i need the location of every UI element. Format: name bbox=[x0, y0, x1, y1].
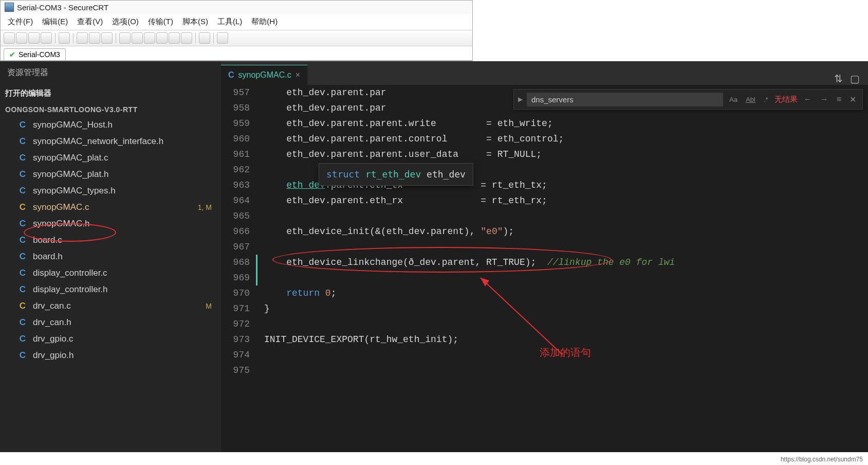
menu-item[interactable]: 传输(T) bbox=[145, 16, 176, 28]
toolbar-separator bbox=[195, 33, 196, 43]
editor-tab[interactable]: C synopGMAC.c × bbox=[221, 65, 308, 85]
sidebar: 资源管理器 打开的编辑器 OONGSON-SMARTLOONG-V3.0-RTT… bbox=[0, 61, 221, 452]
file-row[interactable]: Cdrv_can.h bbox=[0, 314, 221, 331]
find-input[interactable] bbox=[527, 93, 723, 106]
file-type-icon: C bbox=[17, 268, 28, 278]
file-row[interactable]: CsynopGMAC_network_interface.h bbox=[0, 133, 221, 150]
hover-var: eth_dev bbox=[427, 169, 466, 180]
file-name: board.c bbox=[33, 235, 62, 245]
file-row[interactable]: Cdisplay_controller.h bbox=[0, 281, 221, 298]
menu-item[interactable]: 查看(V) bbox=[74, 16, 106, 28]
window-titlebar: Serial-COM3 - SecureCRT bbox=[1, 1, 472, 14]
find-expand-icon[interactable]: ▶ bbox=[518, 96, 523, 103]
file-name: synopGMAC_types.h bbox=[33, 186, 116, 196]
menu-item[interactable]: 脚本(S) bbox=[179, 16, 211, 28]
window-title: Serial-COM3 - SecureCRT bbox=[17, 3, 108, 12]
file-name: drv_gpio.h bbox=[33, 350, 73, 361]
toolbar-button[interactable] bbox=[59, 32, 70, 44]
toolbar-button[interactable] bbox=[144, 32, 155, 44]
file-name: synopGMAC_network_interface.h bbox=[33, 136, 163, 147]
file-row[interactable]: CsynopGMAC_types.h bbox=[0, 183, 221, 199]
find-prev-icon[interactable]: ← bbox=[802, 95, 814, 104]
line-number-gutter: 9579589599609619629639649659669679689699… bbox=[221, 85, 259, 452]
menu-item[interactable]: 文件(F) bbox=[5, 16, 36, 28]
file-type-icon: C bbox=[17, 186, 28, 196]
vscode-window: 资源管理器 打开的编辑器 OONGSON-SMARTLOONG-V3.0-RTT… bbox=[0, 61, 868, 452]
menu-item[interactable]: 编辑(E) bbox=[39, 16, 71, 28]
file-status: 1, M bbox=[198, 203, 216, 211]
explorer-title: 资源管理器 bbox=[0, 61, 221, 84]
session-tab[interactable]: ✔ Serial-COM3 bbox=[4, 48, 66, 60]
toolbar-separator bbox=[116, 33, 116, 43]
toolbar-separator bbox=[213, 33, 214, 43]
find-in-selection-icon[interactable]: ≡ bbox=[835, 95, 843, 104]
file-name: drv_gpio.c bbox=[33, 334, 73, 344]
file-row[interactable]: CsynopGMAC_plat.h bbox=[0, 166, 221, 183]
file-row[interactable]: CsynopGMAC_plat.c bbox=[0, 150, 221, 166]
file-name: synopGMAC_Host.h bbox=[33, 120, 113, 130]
toolbar-button[interactable] bbox=[28, 32, 40, 44]
toolbar-button[interactable] bbox=[89, 32, 100, 44]
open-editors-section[interactable]: 打开的编辑器 bbox=[0, 84, 221, 102]
file-row[interactable]: CsynopGMAC_Host.h bbox=[0, 117, 221, 133]
toolbar-button[interactable] bbox=[77, 32, 88, 44]
file-type-icon: C bbox=[17, 120, 28, 130]
toolbar-button[interactable] bbox=[181, 32, 192, 44]
file-type-icon: C bbox=[17, 153, 28, 163]
file-type-icon: C bbox=[17, 350, 28, 361]
toolbar-button[interactable] bbox=[156, 32, 168, 44]
toolbar-button[interactable] bbox=[199, 32, 210, 44]
file-name: board.h bbox=[33, 252, 63, 262]
hover-type: rt_eth_dev bbox=[365, 169, 421, 180]
file-row[interactable]: Cdrv_can.cM bbox=[0, 298, 221, 314]
menu-item[interactable]: 帮助(H) bbox=[248, 16, 281, 28]
toolbar-button[interactable] bbox=[4, 32, 15, 44]
file-row[interactable]: Cboard.h bbox=[0, 248, 221, 265]
find-next-icon[interactable]: → bbox=[818, 95, 830, 104]
find-widget: ▶ Aa Abl .* 无结果 ← → ≡ ✕ bbox=[513, 89, 863, 110]
connected-icon: ✔ bbox=[9, 50, 15, 59]
toolbar-button[interactable] bbox=[132, 32, 143, 44]
app-icon bbox=[5, 3, 14, 12]
find-match-case[interactable]: Aa bbox=[727, 95, 740, 104]
close-tab-icon[interactable]: × bbox=[296, 70, 300, 80]
toolbar-button[interactable] bbox=[101, 32, 113, 44]
file-status: M bbox=[206, 302, 216, 310]
code-area[interactable]: 9579589599609619629639649659669679689699… bbox=[221, 85, 868, 452]
menu-item[interactable]: 工具(L) bbox=[214, 16, 245, 28]
file-row[interactable]: Cdisplay_controller.c bbox=[0, 265, 221, 281]
find-regex[interactable]: .* bbox=[762, 95, 770, 104]
file-type-icon: C bbox=[17, 235, 28, 245]
file-name: display_controller.h bbox=[33, 284, 108, 295]
watermark: https://blog.csdn.net/sundm75 bbox=[781, 456, 863, 463]
project-name[interactable]: OONGSON-SMARTLOONG-V3.0-RTT bbox=[0, 102, 221, 117]
session-tabbar: ✔ Serial-COM3 bbox=[1, 46, 472, 61]
file-row[interactable]: CsynopGMAC.h bbox=[0, 216, 221, 232]
file-type-icon: C bbox=[17, 284, 28, 295]
toolbar-button[interactable] bbox=[169, 32, 180, 44]
file-type-icon: C bbox=[17, 202, 28, 212]
editor-tabbar: C synopGMAC.c × ⇅ ▢ bbox=[221, 61, 868, 85]
split-editor-icon[interactable]: ▢ bbox=[850, 73, 860, 85]
file-type-icon: C bbox=[228, 70, 234, 80]
file-name: synopGMAC.h bbox=[33, 219, 90, 229]
file-row[interactable]: Cdrv_gpio.c bbox=[0, 331, 221, 347]
toolbar-button[interactable] bbox=[41, 32, 52, 44]
file-row[interactable]: Cdrv_gpio.h bbox=[0, 347, 221, 364]
toolbar-button[interactable] bbox=[16, 32, 27, 44]
toolbar-button[interactable] bbox=[119, 32, 131, 44]
toolbar-button[interactable] bbox=[217, 32, 228, 44]
find-close-icon[interactable]: ✕ bbox=[847, 95, 858, 104]
file-name: display_controller.c bbox=[33, 268, 107, 278]
file-row[interactable]: CsynopGMAC.c1, M bbox=[0, 199, 221, 216]
file-name: drv_can.h bbox=[33, 317, 71, 328]
menu-item[interactable]: 选项(O) bbox=[109, 16, 142, 28]
code-content[interactable]: eth_dev.parent.par eth_dev.parent.par et… bbox=[259, 85, 868, 452]
compare-icon[interactable]: ⇅ bbox=[834, 73, 843, 85]
file-type-icon: C bbox=[17, 252, 28, 262]
find-result-count: 无结果 bbox=[774, 95, 798, 104]
file-row[interactable]: Cboard.c bbox=[0, 232, 221, 248]
find-whole-word[interactable]: Abl bbox=[744, 95, 758, 104]
toolbar bbox=[1, 30, 472, 46]
file-name: synopGMAC_plat.h bbox=[33, 169, 108, 180]
